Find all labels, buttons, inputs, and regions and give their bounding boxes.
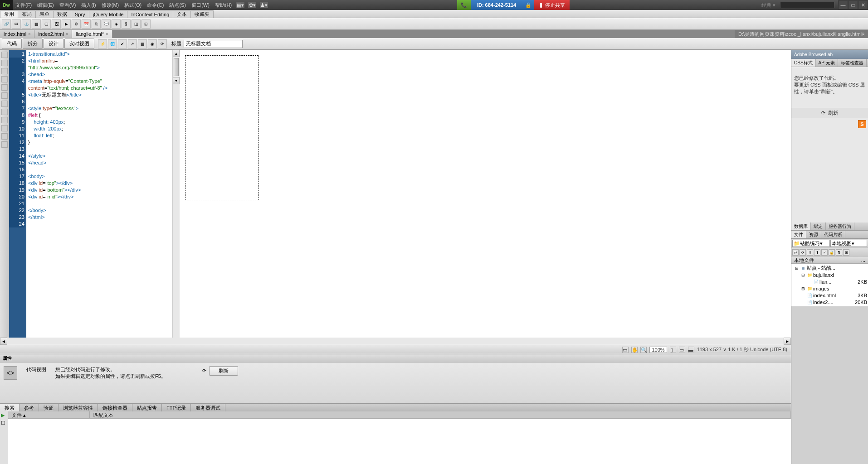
phone-preset-icon[interactable]: ▯ [670,347,676,353]
hand-tool-icon[interactable]: ✋ [631,347,638,353]
outdent-icon[interactable] [1,125,8,131]
widget-icon[interactable]: ⚙ [72,19,81,29]
insert-tab[interactable]: 收藏夹 [190,10,214,18]
nav-icon[interactable]: ↗ [128,39,137,48]
insert-tab[interactable]: jQuery Mobile [89,10,128,18]
menu-item[interactable]: 文件(F) [13,0,34,10]
doc-tab[interactable]: index2.html× [34,30,72,38]
panel-tab[interactable]: AP 元素 [816,59,838,67]
zoom-tool-icon[interactable]: 🔍 [640,347,647,353]
template-icon[interactable]: ◫ [132,19,141,29]
live-code-icon[interactable]: ⚡ [98,39,107,48]
balance-icon[interactable] [1,84,8,91]
code-editor[interactable]: 12 34 5678910111213141516171819202122232… [9,50,172,338]
panel-tab[interactable]: CSS样式 [791,59,816,67]
comment-icon[interactable]: 💬 [102,19,111,29]
results-tab[interactable]: 链接检查器 [98,404,132,411]
tree-row[interactable]: 📄index2....20KB [792,299,867,305]
code-scrollbar-v[interactable]: ▲ ▼ [172,50,180,338]
panel-tab[interactable]: 数据库 [791,222,811,230]
split-view-button[interactable]: 拆分 [23,39,43,49]
panel-tab[interactable]: 标签检查器 [838,59,867,67]
close-tab-icon[interactable]: × [28,32,30,36]
expand-files-icon[interactable]: ⊞ [843,249,849,256]
syntax-icon[interactable] [1,109,8,115]
open-docs-icon[interactable] [1,52,8,58]
layout-dd-icon[interactable]: ▦▾ [236,2,244,8]
preview-element[interactable] [185,55,258,200]
maximize-icon[interactable]: ▭ [848,0,858,10]
search-field[interactable] [780,2,834,8]
insert-tab[interactable]: 常用 [0,10,18,18]
panel-tab[interactable]: 资源 [806,231,821,238]
image-icon[interactable]: 🖼 [52,19,61,29]
hyperlink-icon[interactable]: 🔗 [2,19,11,29]
options2-icon[interactable]: ◉ [148,39,157,48]
insert-tab[interactable]: Spry [71,10,89,18]
view-dropdown[interactable]: 本地视图 ▾ [830,240,868,247]
properties-refresh-button[interactable]: 刷新 [209,366,238,376]
anchor-icon[interactable]: ⚓ [22,19,31,29]
script-icon[interactable]: § [122,19,131,29]
panel-tab[interactable]: 绑定 [811,222,826,230]
insert-tab[interactable]: 文本 [173,10,191,18]
lock-icon[interactable]: 🔒 [522,0,534,10]
minimize-icon[interactable]: — [838,0,848,10]
col-file[interactable]: 文件 ▴ [8,411,90,418]
title-input[interactable] [184,40,243,48]
menu-item[interactable]: 命令(C) [144,0,166,10]
indent-icon[interactable] [1,117,8,123]
tv-phone-icon[interactable]: 📞 [457,0,471,10]
select-parent-icon[interactable] [1,76,8,82]
browserlab-panel[interactable]: Adobe BrowserLab [791,50,868,59]
file-tree[interactable]: ⊟🖥站点 - 站酷...⊟📁bujulianxi 📄lian...2KB⊟📁im… [791,264,868,306]
media-icon[interactable]: ▶ [62,19,71,29]
sync-icon[interactable]: ⇅ [836,249,842,256]
col-match[interactable]: 匹配文本 [90,411,791,418]
server-icon[interactable]: ⎘ [92,19,101,29]
tv-stop-button[interactable]: ▍ 停止共享 [534,0,570,10]
panel-tab[interactable]: 代码片断 [821,231,845,238]
options1-icon[interactable]: ▦ [138,39,147,48]
code-scrollbar-h[interactable]: ◀▶ [0,338,791,345]
menu-item[interactable]: 编辑(E) [34,0,57,10]
head-icon[interactable]: ◈ [112,19,121,29]
results-tab[interactable]: 浏览器兼容性 [59,404,98,411]
close-tab-icon[interactable]: × [106,32,108,36]
results-tab[interactable]: 服务器调试 [191,404,225,411]
tag-icon[interactable]: ⊞ [141,19,151,29]
refresh-files-icon[interactable]: ⟳ [800,249,806,256]
checkin-icon[interactable]: 🔒 [829,249,835,256]
site-dropdown[interactable]: 📁 站酷练习 ▾ [792,240,829,247]
refresh-icon[interactable]: ⟳ [158,39,167,48]
insert-tab[interactable]: 布局 [18,10,36,18]
desktop-preset-icon[interactable]: ▬ [688,347,694,353]
results-tab[interactable]: FTP记录 [162,404,191,411]
inspect-icon[interactable]: 🌐 [108,39,117,48]
tree-row[interactable]: 📄index.html3KB [792,292,867,299]
site-dd-icon[interactable]: ♟▾ [260,2,268,8]
live-view-button[interactable]: 实时视图 [64,39,94,49]
panel-tab[interactable]: 服务器行为 [826,222,854,230]
workspace-classic[interactable]: 经典 ▾ [757,2,780,9]
extend-dd-icon[interactable]: ✿▾ [248,2,256,8]
doc-tab[interactable]: index.html× [0,30,34,38]
properties-header[interactable]: 属性 [0,354,791,362]
table-icon[interactable]: ▦ [32,19,41,29]
format-icon[interactable] [1,133,8,140]
line-num-icon[interactable] [1,92,8,99]
tree-row[interactable]: 📄lian...2KB [792,278,867,285]
expand-icon[interactable] [1,68,8,74]
tree-row[interactable]: ⊟📁images [792,285,867,292]
highlight-icon[interactable] [1,101,8,107]
insert-tab[interactable]: InContext Editing [127,10,173,18]
menu-item[interactable]: 站点(S) [166,0,189,10]
design-preview[interactable] [180,50,791,338]
results-tab[interactable]: 验证 [39,404,59,411]
get-icon[interactable]: ⬇ [807,249,813,256]
tablet-preset-icon[interactable]: ▭ [679,347,685,353]
zoom-level[interactable]: 100% [649,347,667,353]
put-icon[interactable]: ⬆ [814,249,820,256]
panel-tab[interactable]: 文件 [791,231,806,238]
menu-item[interactable]: 格式(O) [122,0,144,10]
